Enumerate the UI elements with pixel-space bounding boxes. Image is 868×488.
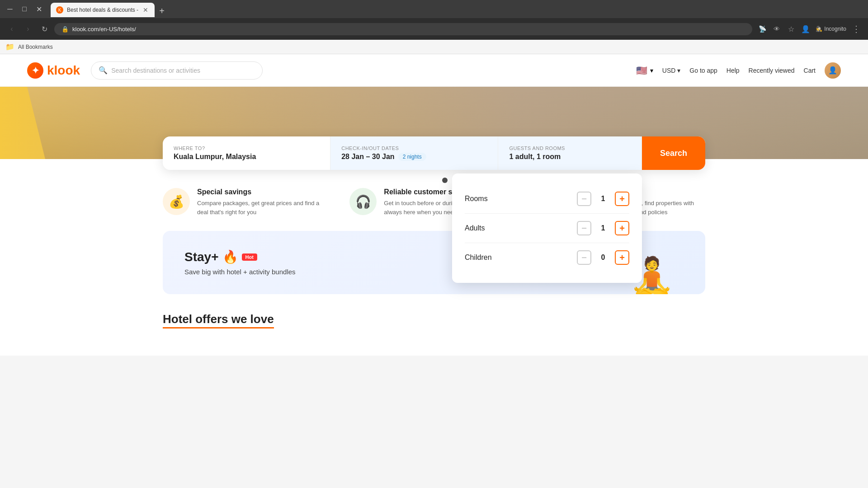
flag-icon: 🇺🇸 bbox=[636, 65, 647, 76]
profile-icon[interactable]: 👤 bbox=[799, 23, 812, 35]
children-increment-button[interactable]: + bbox=[615, 250, 629, 265]
children-row: Children − 0 + bbox=[465, 243, 629, 272]
guests-value: 1 adult, 1 room bbox=[509, 153, 631, 161]
guests-dropdown: Rooms − 1 + Adults − 1 + C bbox=[452, 174, 642, 283]
rooms-value: 1 bbox=[599, 195, 608, 203]
bookmark-icon[interactable]: ☆ bbox=[785, 23, 797, 35]
new-tab-button[interactable]: + bbox=[156, 5, 168, 17]
forward-button[interactable]: › bbox=[22, 23, 34, 35]
language-selector[interactable]: 🇺🇸 ▾ bbox=[636, 65, 653, 76]
rooms-counter: − 1 + bbox=[577, 192, 629, 206]
guests-label: Guests and rooms bbox=[509, 145, 631, 151]
incognito-label: 🕵️ Incognito bbox=[816, 26, 846, 32]
search-button[interactable]: Search bbox=[642, 136, 705, 170]
address-bar-row: ‹ › ↻ 🔒 klook.com/en-US/hotels/ 📡 👁 ☆ 👤 … bbox=[0, 18, 868, 40]
dates-value: 28 Jan – 30 Jan bbox=[341, 153, 394, 161]
extensions-button[interactable]: ⋮ bbox=[850, 23, 863, 35]
rooms-row: Rooms − 1 + bbox=[465, 184, 629, 214]
feature-savings-content: Special savings Compare packages, get gr… bbox=[197, 188, 331, 216]
recently-viewed-link[interactable]: Recently viewed bbox=[749, 67, 795, 74]
savings-title: Special savings bbox=[197, 188, 331, 196]
window-controls: ─ □ ✕ bbox=[4, 3, 45, 15]
back-button[interactable]: ‹ bbox=[5, 23, 18, 35]
destination-field[interactable]: Where to? Kuala Lumpur, Malaysia bbox=[163, 136, 330, 170]
hotel-offers-title: Hotel offers we love bbox=[163, 312, 705, 328]
browser-titlebar: ─ □ ✕ K Best hotel deals & discounts - ✕… bbox=[0, 0, 868, 18]
search-box-container: Where to? Kuala Lumpur, Malaysia Check-i… bbox=[163, 136, 705, 170]
bookmarks-bar: 📁 All Bookmarks bbox=[0, 40, 868, 54]
close-button[interactable]: ✕ bbox=[33, 3, 45, 15]
feature-savings: 💰 Special savings Compare packages, get … bbox=[163, 188, 331, 216]
nav-right: 🇺🇸 ▾ USD ▾ Go to app Help Recently viewe… bbox=[636, 62, 841, 79]
cast-icon[interactable]: 📡 bbox=[756, 23, 769, 35]
address-bar[interactable]: 🔒 klook.com/en-US/hotels/ bbox=[54, 23, 752, 35]
adults-counter: − 1 + bbox=[577, 221, 629, 235]
search-box: Where to? Kuala Lumpur, Malaysia Check-i… bbox=[163, 136, 705, 170]
tab-favicon: K bbox=[56, 6, 63, 14]
children-decrement-button[interactable]: − bbox=[577, 250, 591, 265]
adults-decrement-button[interactable]: − bbox=[577, 221, 591, 235]
reload-button[interactable]: ↻ bbox=[38, 23, 51, 35]
stay-plus-content: Stay+ 🔥 Hot Save big with hotel + activi… bbox=[184, 249, 296, 276]
cart-link[interactable]: Cart bbox=[804, 67, 816, 74]
active-tab[interactable]: K Best hotel deals & discounts - ✕ bbox=[51, 3, 155, 17]
dates-field[interactable]: Check-in/out dates 28 Jan – 30 Jan 2 nig… bbox=[330, 136, 498, 170]
fire-icon: 🔥 bbox=[222, 249, 238, 264]
help-link[interactable]: Help bbox=[726, 67, 740, 74]
stay-plus-title: Stay+ 🔥 Hot bbox=[184, 249, 296, 264]
go-to-app-link[interactable]: Go to app bbox=[689, 67, 717, 74]
currency-selector[interactable]: USD ▾ bbox=[662, 67, 680, 74]
rooms-decrement-button[interactable]: − bbox=[577, 192, 591, 206]
savings-description: Compare packages, get great prices and f… bbox=[197, 199, 331, 216]
where-label: Where to? bbox=[174, 145, 319, 151]
dates-value-container: 28 Jan – 30 Jan 2 nights bbox=[341, 153, 487, 161]
children-label: Children bbox=[465, 253, 492, 262]
nav-search-bar[interactable]: 🔍 Search destinations or activities bbox=[91, 61, 263, 80]
address-text: klook.com/en-US/hotels/ bbox=[72, 26, 136, 33]
adults-row: Adults − 1 + bbox=[465, 214, 629, 243]
lock-icon: 🔒 bbox=[61, 26, 69, 33]
rooms-label: Rooms bbox=[465, 195, 488, 203]
dates-label: Check-in/out dates bbox=[341, 145, 487, 151]
destination-value: Kuala Lumpur, Malaysia bbox=[174, 153, 319, 161]
tab-bar: K Best hotel deals & discounts - ✕ + bbox=[49, 1, 864, 17]
minimize-button[interactable]: ─ bbox=[4, 3, 16, 15]
support-icon: 🎧 bbox=[349, 188, 377, 215]
hot-badge: Hot bbox=[242, 253, 257, 261]
main-nav: ✦ klook 🔍 Search destinations or activit… bbox=[0, 54, 868, 87]
stay-plus-description: Save big with hotel + activity bundles bbox=[184, 268, 296, 276]
search-icon: 🔍 bbox=[99, 66, 108, 75]
adults-label: Adults bbox=[465, 224, 485, 232]
adults-value: 1 bbox=[599, 224, 608, 232]
incognito-icon: 🕵️ bbox=[816, 26, 822, 32]
flag-arrow-icon: ▾ bbox=[650, 67, 653, 74]
hotel-offers-section: Hotel offers we love bbox=[163, 312, 705, 356]
page-content: ✦ klook 🔍 Search destinations or activit… bbox=[0, 54, 868, 356]
klook-logo[interactable]: ✦ klook bbox=[27, 62, 80, 79]
guests-field[interactable]: Guests and rooms 1 adult, 1 room bbox=[498, 136, 642, 170]
user-avatar[interactable]: 👤 bbox=[825, 62, 841, 79]
rooms-increment-button[interactable]: + bbox=[615, 192, 629, 206]
lens-icon[interactable]: 👁 bbox=[770, 23, 783, 35]
logo-icon: ✦ bbox=[27, 62, 43, 79]
children-value: 0 bbox=[599, 253, 608, 262]
tab-title: Best hotel deals & discounts - bbox=[67, 7, 138, 13]
search-placeholder: Search destinations or activities bbox=[111, 67, 200, 74]
tab-close-button[interactable]: ✕ bbox=[142, 6, 149, 14]
logo-text: klook bbox=[47, 63, 80, 78]
adults-increment-button[interactable]: + bbox=[615, 221, 629, 235]
children-counter: − 0 + bbox=[577, 250, 629, 265]
browser-window: ─ □ ✕ K Best hotel deals & discounts - ✕… bbox=[0, 0, 868, 54]
nights-badge: 2 nights bbox=[398, 153, 426, 161]
bookmarks-folder-icon: 📁 bbox=[5, 42, 14, 51]
maximize-button[interactable]: □ bbox=[18, 3, 31, 15]
savings-icon: 💰 bbox=[163, 188, 190, 215]
browser-icons: 📡 👁 ☆ 👤 bbox=[756, 23, 812, 35]
bookmarks-label: All Bookmarks bbox=[18, 44, 53, 50]
